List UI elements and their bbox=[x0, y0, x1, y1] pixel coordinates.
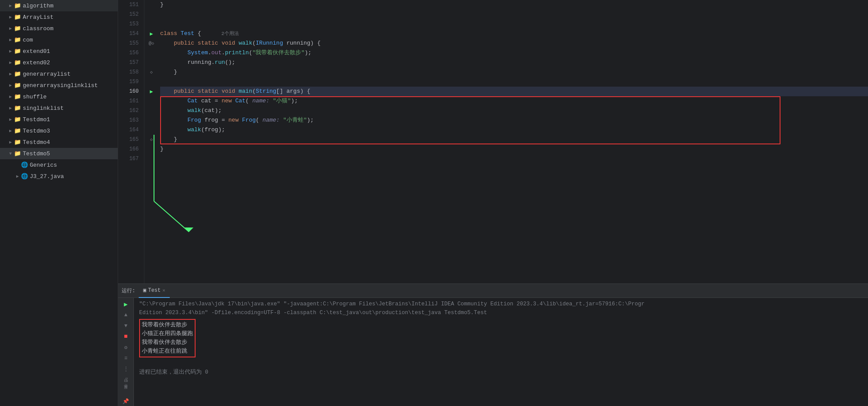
code-line-158: } bbox=[160, 67, 868, 77]
bookmark-icon: ◇ bbox=[150, 70, 153, 75]
output-highlighted-block: 我带着伙伴去散步 小猫正在用四条腿跑 我带着伙伴去散步 小青蛙正在往前跳 bbox=[139, 319, 196, 357]
output-line-2: 小猫正在用四条腿跑 bbox=[142, 329, 193, 338]
settings-button[interactable]: 服务 bbox=[121, 386, 131, 396]
code-line-157: running.run(); bbox=[160, 58, 868, 67]
bookmark-icon: ◇ bbox=[150, 137, 153, 142]
folder-icon: 📁 bbox=[14, 150, 21, 157]
folder-icon: 📁 bbox=[14, 82, 21, 89]
sidebar-item-testdmo5[interactable]: ▼ 📁 Testdmo5 bbox=[0, 148, 118, 159]
file-tree[interactable]: ▶ 📁 algorithm ▶ 📁 ArrayList ▶ 📁 classroo… bbox=[0, 0, 118, 406]
code-line-166: } bbox=[160, 144, 868, 154]
folder-icon: 📁 bbox=[14, 36, 21, 43]
sidebar-item-label: extend02 bbox=[23, 60, 50, 66]
scroll-up-button[interactable]: ▲ bbox=[121, 311, 131, 320]
sidebar-item-label: J3_27.java bbox=[30, 173, 64, 180]
folder-icon: 📁 bbox=[14, 25, 21, 32]
sidebar-item-label: ArrayList bbox=[23, 14, 53, 21]
sidebar-item-label: com bbox=[23, 37, 33, 43]
sidebar-item-label: Testdmo4 bbox=[23, 139, 50, 146]
bottom-panel: 运行: ▣ Test ✕ ▶ ▲ ▼ ■ ⚙ ≡ ⋮ 🖨 服务 📌 bbox=[118, 284, 868, 406]
scroll-down-button[interactable]: ▼ bbox=[121, 321, 131, 330]
sidebar-item-extend01[interactable]: ▶ 📁 extend01 bbox=[0, 46, 118, 57]
tab-window-icon: ▣ bbox=[143, 287, 146, 294]
folder-icon: 📁 bbox=[14, 2, 21, 9]
arrow-icon: ▶ bbox=[7, 82, 14, 89]
svg-marker-2 bbox=[185, 228, 193, 232]
folder-icon: 📁 bbox=[14, 127, 21, 134]
output-line-1: 我带着伙伴去散步 bbox=[142, 321, 193, 329]
sidebar-item-arraylist[interactable]: ▶ 📁 ArrayList bbox=[0, 11, 118, 23]
sidebar-item-com[interactable]: ▶ 📁 com bbox=[0, 34, 118, 46]
run-tab[interactable]: ▣ Test ✕ bbox=[139, 284, 170, 298]
exit-message: 进程已结束，退出代码为 0 bbox=[139, 368, 863, 377]
sidebar-item-testdmo1[interactable]: ▶ 📁 Testdmo1 bbox=[0, 114, 118, 125]
arrow-icon: ▶ bbox=[7, 105, 14, 112]
sidebar-item-algorithm[interactable]: ▶ 📁 algorithm bbox=[0, 0, 118, 11]
bottom-content: ▶ ▲ ▼ ■ ⚙ ≡ ⋮ 🖨 服务 📌 "C:\Program Files\J… bbox=[118, 298, 868, 406]
sidebar-item-classroom[interactable]: ▶ 📁 classroom bbox=[0, 23, 118, 34]
run-button[interactable]: ▶ bbox=[121, 300, 131, 309]
code-line-153 bbox=[160, 19, 868, 29]
sidebar-item-extend02[interactable]: ▶ 📁 extend02 bbox=[0, 57, 118, 68]
folder-icon: 📁 bbox=[14, 93, 21, 100]
sidebar-item-label: extend01 bbox=[23, 48, 50, 55]
at-icon: @ bbox=[149, 41, 152, 46]
folder-icon: 📁 bbox=[14, 139, 21, 146]
output-area[interactable]: "C:\Program Files\Java\jdk 17\bin\java.e… bbox=[134, 298, 868, 406]
folder-icon: 📁 bbox=[14, 48, 21, 55]
sidebar-item-generarraylist[interactable]: ▶ 📁 generarraylist bbox=[0, 68, 118, 80]
run-toolbar: ▶ ▲ ▼ ■ ⚙ ≡ ⋮ 🖨 服务 📌 bbox=[118, 298, 134, 406]
code-line-155: public static void walk(IRunning running… bbox=[160, 38, 868, 48]
pin-button[interactable]: 📌 bbox=[121, 397, 131, 406]
sidebar-item-label: Testdmo1 bbox=[23, 116, 50, 123]
code-line-154: class Test { 2个用法 bbox=[160, 29, 868, 38]
align-right-button[interactable]: ⋮ bbox=[121, 364, 131, 374]
arrow-icon: ▶ bbox=[7, 127, 14, 134]
sidebar-item-generarraysinglinklist[interactable]: ▶ 📁 generarraysinglinklist bbox=[0, 80, 118, 91]
command-line-1: "C:\Program Files\Java\jdk 17\bin\java.e… bbox=[139, 300, 863, 308]
sidebar-item-shuffle[interactable]: ▶ 📁 shuffle bbox=[0, 91, 118, 102]
sidebar-item-label: generarraylist bbox=[23, 71, 70, 77]
arrow-icon: ▶ bbox=[7, 116, 14, 123]
code-area[interactable]: } class Test { 2个用法 public static void w… bbox=[158, 0, 868, 284]
arrow-icon: ▶ bbox=[7, 139, 14, 146]
arrow-icon: ▶ bbox=[7, 59, 14, 66]
sidebar-item-singlinklist[interactable]: ▶ 📁 singlinklist bbox=[0, 102, 118, 114]
code-line-165: } bbox=[160, 135, 868, 144]
code-line-151: } bbox=[160, 0, 868, 10]
code-editor-wrapper[interactable]: 151 152 153 154 155 156 157 158 159 160 … bbox=[118, 0, 868, 284]
sidebar-item-generics[interactable]: ▶ 🌐 Generics bbox=[0, 159, 118, 171]
code-line-156: System.out.println("我带着伙伴去散步"); bbox=[160, 48, 868, 58]
output-line-3: 我带着伙伴去散步 bbox=[142, 338, 193, 347]
tab-close-icon[interactable]: ✕ bbox=[162, 287, 165, 293]
arrow-icon: ▶ bbox=[7, 2, 14, 9]
arrow-icon: ▶ bbox=[7, 25, 14, 32]
editor-gutter: ▶ @ ◇ ◇ ▶ ◇ bbox=[144, 0, 158, 284]
command-line-2: Edition 2023.3.4\bin" -Dfile.encoding=UT… bbox=[139, 308, 863, 317]
arrow-icon: ▶ bbox=[7, 48, 14, 55]
folder-icon: 📁 bbox=[14, 70, 21, 77]
align-button[interactable]: ≡ bbox=[121, 354, 131, 363]
highlighted-code-block: Cat cat = new Cat( name: "小猫"); walk(cat… bbox=[160, 96, 868, 144]
bookmark-icon: ◇ bbox=[151, 41, 154, 46]
run-icon[interactable]: ▶ bbox=[150, 88, 153, 95]
code-line-163: Frog frog = new Frog( name: "小青蛙"); bbox=[160, 116, 868, 125]
print-button[interactable]: 🖨 bbox=[121, 375, 131, 385]
arrow-icon: ▶ bbox=[7, 36, 14, 43]
sidebar-item-label: shuffle bbox=[23, 94, 47, 100]
tools-button[interactable]: ⚙ bbox=[121, 343, 131, 352]
sidebar-item-j3-27[interactable]: ▶ 🌐 J3_27.java bbox=[0, 171, 118, 182]
sidebar-item-testdmo3[interactable]: ▶ 📁 Testdmo3 bbox=[0, 125, 118, 136]
arrow-icon: ▶ bbox=[14, 173, 21, 180]
folder-icon: 📁 bbox=[14, 105, 21, 112]
code-line-164: walk(frog); bbox=[160, 125, 868, 135]
globe-icon: 🌐 bbox=[21, 173, 28, 180]
sidebar-item-label: Testdmo3 bbox=[23, 128, 50, 134]
stop-button[interactable]: ■ bbox=[121, 332, 131, 341]
run-icon[interactable]: ▶ bbox=[150, 31, 153, 37]
folder-icon: 📁 bbox=[14, 116, 21, 123]
svg-line-1 bbox=[154, 201, 189, 232]
arrow-icon: ▼ bbox=[7, 150, 14, 157]
sidebar-item-testdmo4[interactable]: ▶ 📁 Testdmo4 bbox=[0, 136, 118, 148]
sidebar-item-label: Testdmo5 bbox=[23, 150, 50, 157]
